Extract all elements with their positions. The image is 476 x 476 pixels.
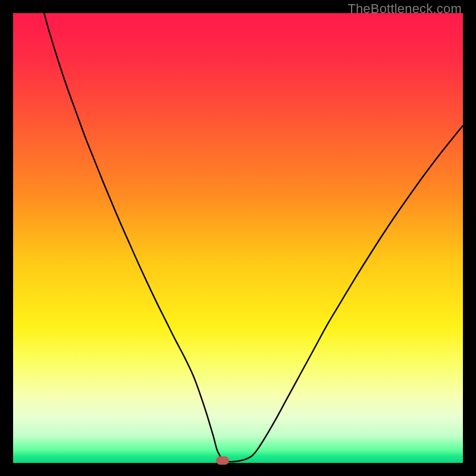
watermark-text: TheBottleneck.com — [347, 1, 462, 17]
bottleneck-chart — [13, 13, 463, 463]
chart-frame — [13, 13, 463, 463]
gradient-background — [13, 13, 463, 463]
optimal-point-marker — [216, 456, 229, 465]
